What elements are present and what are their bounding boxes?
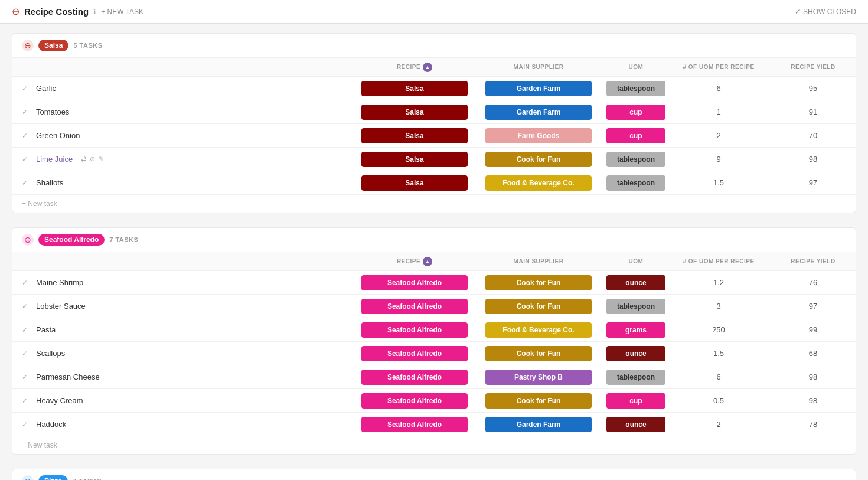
table-row: ✓ Garlic Salsa Garden Farm tablespoon 6 … bbox=[12, 77, 856, 100]
uom-badge: tablespoon bbox=[606, 175, 665, 191]
dependency-icon[interactable]: ⇄ bbox=[81, 155, 86, 163]
check-icon: ✓ bbox=[22, 397, 31, 405]
collapse-icon[interactable]: ⊖ bbox=[12, 6, 19, 17]
recipe-cell: Seafood Alfredo bbox=[353, 299, 477, 314]
task-actions: ⇄ ⊘ ✎ bbox=[81, 155, 104, 163]
task-name[interactable]: Lime Juice bbox=[36, 155, 73, 164]
uom-cell: ounce bbox=[601, 346, 671, 361]
recipe-filter-icon[interactable]: ▲ bbox=[423, 257, 432, 266]
recipe-cell: Salsa bbox=[353, 81, 477, 96]
col-uom: UOM bbox=[601, 64, 671, 70]
more-actions-cell[interactable]: ··· bbox=[860, 155, 868, 164]
table-row: ✓ Parmesan Cheese Seafood Alfredo Pastry… bbox=[12, 365, 856, 389]
recipe-badge: Salsa bbox=[361, 128, 468, 143]
recipe-cell: Seafood Alfredo bbox=[353, 393, 477, 409]
task-name-cell: ✓ Heavy Cream bbox=[22, 391, 353, 410]
uom-cell: cup bbox=[601, 128, 671, 143]
group-collapse-pizza[interactable]: ⊖ bbox=[22, 475, 34, 480]
recipe-badge: Seafood Alfredo bbox=[361, 346, 468, 361]
col-uom-per-recipe: # OF UOM PER RECIPE bbox=[671, 64, 766, 70]
recipe-yield-cell: 99 bbox=[766, 325, 860, 334]
recipe-badge: Seafood Alfredo bbox=[361, 393, 468, 409]
check-icon: ✓ bbox=[22, 373, 31, 381]
check-icon: ✓ bbox=[22, 108, 31, 116]
col-recipe: RECIPE ▲ bbox=[353, 257, 477, 266]
supplier-badge: Cook for Fun bbox=[485, 275, 592, 290]
uom-cell: tablespoon bbox=[601, 152, 671, 167]
group-task-count-pizza: 7 TASKS bbox=[73, 478, 102, 480]
recipe-yield-cell: 78 bbox=[766, 420, 860, 429]
uom-cell: tablespoon bbox=[601, 299, 671, 314]
page-title: Recipe Costing bbox=[24, 6, 89, 17]
main-content: ⊖ Salsa 5 TASKS RECIPE ▲ MAIN SUPPLIER U… bbox=[0, 24, 868, 480]
group-task-count-seafood-alfredo: 7 TASKS bbox=[109, 236, 138, 243]
recipe-yield-cell: 98 bbox=[766, 373, 860, 381]
group-collapse-seafood-alfredo[interactable]: ⊖ bbox=[22, 234, 34, 246]
recipe-cell: Seafood Alfredo bbox=[353, 346, 477, 361]
check-icon: ✓ bbox=[22, 350, 31, 358]
show-closed-button[interactable]: ✓ SHOW CLOSED bbox=[795, 8, 856, 16]
groups-container: ⊖ Salsa 5 TASKS RECIPE ▲ MAIN SUPPLIER U… bbox=[12, 33, 856, 480]
uom-per-recipe-cell: 2 bbox=[671, 131, 766, 140]
link-icon[interactable]: ⊘ bbox=[90, 155, 95, 163]
recipe-filter-icon[interactable]: ▲ bbox=[423, 63, 432, 72]
col-recipe-yield: RECIPE YIELD bbox=[766, 258, 860, 265]
col-recipe: RECIPE ▲ bbox=[353, 63, 477, 72]
recipe-cell: Salsa bbox=[353, 105, 477, 120]
new-task-link[interactable]: + New task bbox=[12, 436, 856, 454]
group-label-salsa: Salsa bbox=[38, 40, 68, 51]
col-add[interactable]: ⊕ bbox=[860, 61, 868, 73]
task-name-cell: ✓ Haddock bbox=[22, 415, 353, 433]
task-name-cell: ✓ Maine Shrimp bbox=[22, 273, 353, 292]
uom-badge: tablespoon bbox=[606, 152, 665, 167]
task-name: Maine Shrimp bbox=[36, 278, 83, 287]
task-name: Parmesan Cheese bbox=[36, 373, 100, 381]
task-name: Scallops bbox=[36, 349, 65, 358]
columns-header: RECIPE ▲ MAIN SUPPLIER UOM # OF UOM PER … bbox=[12, 58, 856, 77]
uom-cell: tablespoon bbox=[601, 81, 671, 96]
task-name: Pasta bbox=[36, 325, 56, 334]
supplier-cell: Food & Beverage Co. bbox=[477, 322, 601, 338]
table-row: ✓ Green Onion Salsa Farm Goods cup 2 70 bbox=[12, 124, 856, 148]
group-collapse-salsa[interactable]: ⊖ bbox=[22, 40, 34, 51]
group-section-pizza: ⊖ Pizza 7 TASKS RECIPE ▲ MAIN SUPPLIER U… bbox=[12, 469, 856, 480]
uom-cell: ounce bbox=[601, 275, 671, 290]
check-icon: ✓ bbox=[22, 302, 31, 311]
col-supplier: MAIN SUPPLIER bbox=[477, 258, 601, 265]
supplier-badge: Food & Beverage Co. bbox=[485, 175, 592, 191]
table-row: ✓ Maine Shrimp Seafood Alfredo Cook for … bbox=[12, 271, 856, 295]
table-row: ✓ Pasta Seafood Alfredo Food & Beverage … bbox=[12, 318, 856, 342]
uom-per-recipe-cell: 6 bbox=[671, 84, 766, 93]
supplier-badge: Pastry Shop B bbox=[485, 370, 592, 385]
recipe-cell: Seafood Alfredo bbox=[353, 322, 477, 338]
uom-badge: cup bbox=[606, 393, 665, 409]
task-name-cell: ✓ Green Onion bbox=[22, 126, 353, 145]
col-uom: UOM bbox=[601, 258, 671, 265]
recipe-badge: Seafood Alfredo bbox=[361, 322, 468, 338]
task-name-cell: ✓ Shallots bbox=[22, 174, 353, 192]
uom-badge: cup bbox=[606, 105, 665, 120]
new-task-button[interactable]: + NEW TASK bbox=[101, 8, 143, 16]
table-row: ✓ Haddock Seafood Alfredo Garden Farm ou… bbox=[12, 413, 856, 436]
recipe-badge: Seafood Alfredo bbox=[361, 417, 468, 432]
uom-badge: grams bbox=[606, 322, 665, 338]
col-add[interactable]: ⊕ bbox=[860, 256, 868, 267]
uom-cell: cup bbox=[601, 105, 671, 120]
supplier-badge: Farm Goods bbox=[485, 128, 592, 143]
recipe-cell: Salsa bbox=[353, 175, 477, 191]
recipe-badge: Salsa bbox=[361, 175, 468, 191]
group-header-salsa: ⊖ Salsa 5 TASKS bbox=[12, 34, 856, 58]
task-name-cell: ✓ Scallops bbox=[22, 344, 353, 363]
edit-icon[interactable]: ✎ bbox=[99, 155, 104, 163]
info-icon[interactable]: ℹ bbox=[93, 8, 96, 16]
supplier-cell: Cook for Fun bbox=[477, 152, 601, 167]
uom-cell: grams bbox=[601, 322, 671, 338]
recipe-cell: Seafood Alfredo bbox=[353, 370, 477, 385]
recipe-yield-cell: 95 bbox=[766, 84, 860, 93]
supplier-badge: Garden Farm bbox=[485, 105, 592, 120]
supplier-cell: Cook for Fun bbox=[477, 275, 601, 290]
supplier-cell: Farm Goods bbox=[477, 128, 601, 143]
supplier-cell: Garden Farm bbox=[477, 417, 601, 432]
new-task-link[interactable]: + New task bbox=[12, 195, 856, 213]
recipe-badge: Salsa bbox=[361, 152, 468, 167]
